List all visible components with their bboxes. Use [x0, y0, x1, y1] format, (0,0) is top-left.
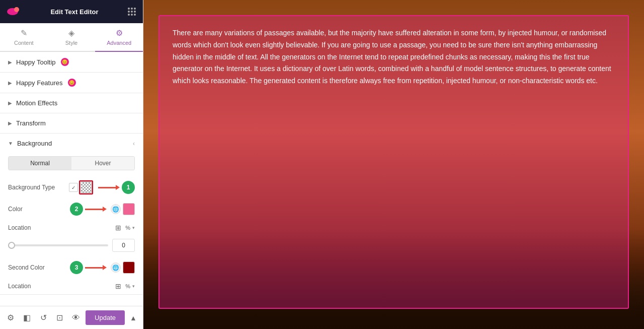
- tab-content-label: Content: [14, 40, 34, 46]
- left-panel: Edit Text Editor ✎ Content ◈ Style ⚙ Adv…: [0, 0, 143, 329]
- section-motion-effects-label: Motion Effects: [16, 99, 57, 107]
- arrow-head-2-icon: [103, 207, 107, 212]
- update-button[interactable]: Update: [86, 310, 125, 325]
- color-label: Color: [8, 206, 66, 213]
- history-btn[interactable]: ↺: [37, 309, 50, 327]
- color-global-btn[interactable]: 🌐: [111, 204, 121, 214]
- panel-header: Edit Text Editor: [0, 0, 143, 23]
- second-color-row: Second Color 3 🌐: [0, 257, 143, 278]
- text-editor-content: There are many variations of passages av…: [173, 27, 615, 87]
- location-dropdown-icon[interactable]: ▾: [132, 225, 135, 230]
- annotation-3-wrapper: 3: [70, 261, 107, 274]
- panel-title: Edit Text Editor: [21, 8, 128, 16]
- text-editor-box[interactable]: There are many variations of passages av…: [158, 15, 629, 309]
- location-label: Location: [8, 224, 111, 231]
- section-motion-effects: ▶ Motion Effects: [0, 93, 143, 113]
- chevron-right-icon-2: ▶: [8, 80, 12, 86]
- section-happy-features: ▶ Happy Features 😊: [0, 73, 143, 93]
- logo-icon: [7, 7, 21, 16]
- chevron-up-btn[interactable]: ▲: [128, 310, 139, 325]
- annotation-1-arrow: [98, 185, 120, 190]
- section-transform: ▶ Transform: [0, 113, 143, 134]
- background-type-buttons: ✓: [69, 180, 93, 194]
- chevron-right-icon-3: ▶: [8, 100, 12, 106]
- arrow-body-3-icon: [85, 267, 103, 269]
- arrow-body-2-icon: [85, 209, 103, 210]
- background-type-classic-btn[interactable]: [79, 180, 93, 194]
- section-motion-effects-header[interactable]: ▶ Motion Effects: [0, 93, 143, 113]
- section-background-header[interactable]: ▼ Background ‹: [0, 134, 143, 153]
- eye-btn[interactable]: 👁: [69, 309, 83, 327]
- arrow-head-icon: [116, 185, 120, 190]
- second-location-row: Location ⊞ % ▾: [0, 278, 143, 294]
- tab-style-label: Style: [65, 40, 77, 46]
- section-background-label: Background: [17, 140, 52, 147]
- slider-thumb[interactable]: [8, 242, 15, 249]
- annotation-2-arrow: [85, 207, 107, 212]
- annotation-badge-2: 2: [70, 203, 83, 216]
- layers-btn[interactable]: ◧: [20, 309, 33, 327]
- background-collapse-btn[interactable]: ‹: [133, 140, 135, 147]
- responsive-btn[interactable]: ⊡: [53, 309, 66, 327]
- second-location-controls: % ▾: [125, 283, 135, 289]
- location-icon: ⊞: [115, 224, 121, 232]
- grid-menu-icon[interactable]: [128, 8, 136, 16]
- panel-tabs: ✎ Content ◈ Style ⚙ Advanced: [0, 23, 143, 52]
- arrow-head-3-icon: [103, 265, 107, 270]
- section-transform-label: Transform: [16, 119, 46, 127]
- color-controls: 🌐: [111, 203, 135, 215]
- arrow-body-icon: [98, 187, 116, 188]
- slider-container: 0: [8, 239, 135, 252]
- color-swatch-btn[interactable]: [123, 203, 135, 215]
- location-unit: %: [125, 225, 130, 231]
- section-happy-features-header[interactable]: ▶ Happy Features 😊: [0, 73, 143, 93]
- section-happy-tooltip-label: Happy Tooltip: [16, 58, 56, 66]
- slider-value[interactable]: 0: [112, 239, 135, 252]
- second-location-unit: %: [125, 283, 130, 289]
- second-location-dropdown-icon[interactable]: ▾: [132, 284, 135, 289]
- second-color-label: Second Color: [8, 264, 66, 271]
- background-tabs: Normal Hover: [8, 156, 135, 170]
- background-type-label: Background Type: [8, 184, 65, 191]
- right-panel: There are many variations of passages av…: [143, 0, 644, 329]
- background-header-left: ▼ Background: [8, 140, 52, 147]
- bg-tab-normal[interactable]: Normal: [9, 157, 71, 170]
- slider-row: 0: [0, 236, 143, 257]
- advanced-tab-icon: ⚙: [116, 28, 123, 38]
- section-transform-header[interactable]: ▶ Transform: [0, 113, 143, 133]
- location-controls: % ▾: [125, 225, 135, 231]
- annotation-1-wrapper: 1: [98, 181, 135, 194]
- slider-track[interactable]: [8, 244, 108, 246]
- canvas-background: There are many variations of passages av…: [143, 0, 644, 329]
- tab-style[interactable]: ◈ Style: [48, 23, 96, 52]
- settings-btn[interactable]: ⚙: [4, 309, 17, 327]
- second-color-swatch-btn[interactable]: [123, 261, 135, 274]
- bottom-toolbar: ⚙ ◧ ↺ ⊡ 👁 Update ▲: [0, 306, 143, 329]
- background-type-none-btn[interactable]: ✓: [69, 183, 78, 192]
- tab-advanced-label: Advanced: [107, 40, 131, 46]
- bg-tab-hover[interactable]: Hover: [71, 157, 134, 170]
- happy-features-badge: 😊: [68, 79, 76, 87]
- second-location-icon: ⊞: [115, 282, 121, 290]
- background-type-row: Background Type ✓ 1: [0, 176, 143, 199]
- chevron-right-icon-4: ▶: [8, 120, 12, 126]
- panel-content: ▶ Happy Tooltip 😊 ▶ Happy Features 😊 ▶ M…: [0, 52, 143, 306]
- color-row: Color 2 🌐: [0, 199, 143, 220]
- content-tab-icon: ✎: [21, 28, 27, 38]
- section-happy-tooltip: ▶ Happy Tooltip 😊: [0, 52, 143, 73]
- location-row: Location ⊞ % ▾: [0, 220, 143, 236]
- section-happy-tooltip-header[interactable]: ▶ Happy Tooltip 😊: [0, 52, 143, 72]
- annotation-badge-1: 1: [122, 181, 135, 194]
- section-happy-features-label: Happy Features: [16, 79, 63, 87]
- second-color-controls: 🌐: [111, 261, 135, 274]
- section-background: ▼ Background ‹ Normal Hover Background T…: [0, 134, 143, 295]
- chevron-right-icon: ▶: [8, 59, 12, 65]
- tab-advanced[interactable]: ⚙ Advanced: [95, 23, 143, 52]
- tab-content[interactable]: ✎ Content: [0, 23, 48, 52]
- annotation-2-wrapper: 2: [70, 203, 107, 216]
- happy-tooltip-badge: 😊: [61, 58, 69, 66]
- second-color-global-btn[interactable]: 🌐: [111, 262, 121, 273]
- annotation-badge-3: 3: [70, 261, 83, 274]
- second-location-label: Location: [8, 283, 111, 290]
- annotation-3-arrow: [85, 265, 107, 270]
